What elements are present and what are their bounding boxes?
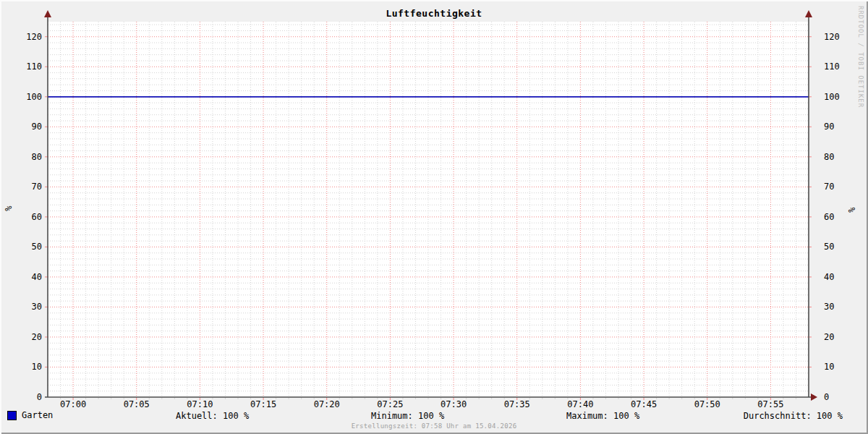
svg-text:07:15: 07:15 [250, 399, 276, 409]
svg-text:07:05: 07:05 [124, 399, 150, 409]
svg-text:50: 50 [824, 242, 834, 252]
rrdtool-watermark: RRDTOOL / TOBI OETIKER [857, 6, 864, 108]
svg-text:07:35: 07:35 [504, 399, 530, 409]
svg-text:70: 70 [32, 182, 42, 192]
legend-row: Garten Aktuell: 100 % Minimum: 100 % Max… [0, 410, 868, 422]
chart-svg: 07:0007:0507:1007:1507:2007:2507:3007:35… [0, 0, 868, 434]
svg-text:10: 10 [824, 362, 834, 372]
svg-text:07:00: 07:00 [60, 399, 86, 409]
creation-timestamp: Erstellungszeit: 07:58 Uhr am 15.04.2026 [0, 422, 868, 430]
y-axis-unit-left: % [1, 201, 16, 216]
axis-arrows [44, 10, 817, 401]
chart-title: Luftfeuchtigkeit [0, 8, 868, 19]
svg-text:07:45: 07:45 [631, 399, 657, 409]
svg-text:90: 90 [824, 122, 834, 132]
svg-text:07:25: 07:25 [377, 399, 403, 409]
series-label: Garten [22, 410, 53, 420]
x-axis-arrow [811, 393, 817, 401]
svg-text:30: 30 [32, 302, 42, 312]
svg-text:90: 90 [32, 122, 42, 132]
y-tick-labels-right: 0102030405060708090100110120 [824, 32, 840, 402]
svg-text:80: 80 [824, 152, 834, 162]
svg-text:07:30: 07:30 [441, 399, 467, 409]
legend-series-garten: Garten [7, 410, 53, 420]
y-axis-unit-right: % [844, 203, 859, 217]
svg-text:07:40: 07:40 [567, 399, 593, 409]
y-tick-labels-left: 0102030405060708090100110120 [26, 32, 42, 402]
svg-text:0: 0 [824, 392, 829, 402]
series-color-swatch [7, 411, 17, 420]
svg-text:120: 120 [26, 32, 42, 42]
svg-text:07:10: 07:10 [187, 399, 213, 409]
svg-text:07:50: 07:50 [694, 399, 720, 409]
stat-durchschnitt: Durchschnitt: 100 % [744, 411, 843, 421]
svg-text:10: 10 [32, 362, 42, 372]
svg-text:50: 50 [32, 242, 42, 252]
svg-text:07:55: 07:55 [757, 399, 783, 409]
svg-text:100: 100 [824, 92, 840, 102]
svg-text:110: 110 [26, 61, 42, 72]
svg-text:40: 40 [824, 272, 834, 282]
svg-text:60: 60 [824, 212, 834, 222]
x-tick-labels: 07:0007:0507:1007:1507:2007:2507:3007:35… [60, 399, 783, 409]
svg-text:0: 0 [37, 392, 42, 402]
svg-text:120: 120 [824, 32, 840, 42]
grid-minor [48, 22, 809, 399]
stat-minimum: Minimum: 100 % [371, 411, 444, 421]
stat-maximum: Maximum: 100 % [566, 411, 639, 421]
svg-text:40: 40 [32, 272, 42, 282]
svg-text:80: 80 [32, 152, 42, 162]
svg-text:20: 20 [824, 332, 834, 342]
svg-text:100: 100 [26, 92, 42, 102]
stat-aktuell: Aktuell: 100 % [176, 411, 249, 421]
svg-text:30: 30 [824, 302, 834, 312]
svg-text:07:20: 07:20 [314, 399, 340, 409]
svg-text:20: 20 [32, 332, 42, 342]
svg-text:110: 110 [824, 61, 840, 72]
svg-text:60: 60 [32, 212, 42, 222]
rrdtool-graph: 07:0007:0507:1007:1507:2007:2507:3007:35… [0, 0, 868, 434]
svg-text:70: 70 [824, 182, 834, 192]
